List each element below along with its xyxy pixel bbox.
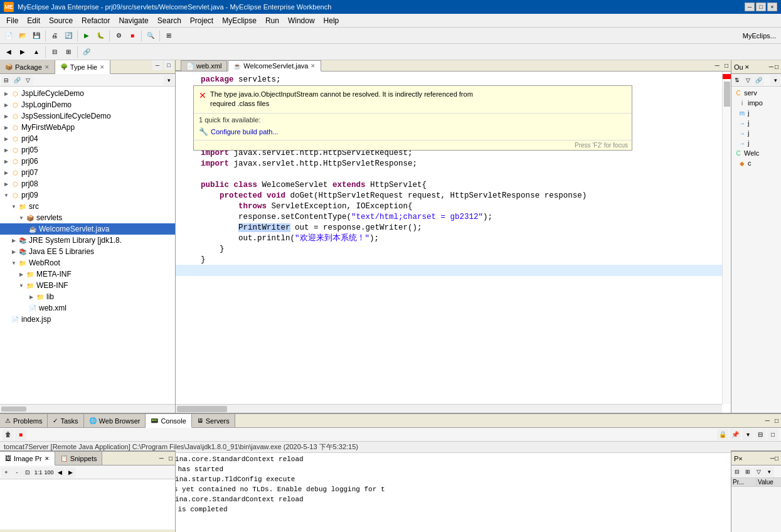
tree-item-WEB-INF[interactable]: ▼ 📁 WEB-INF	[0, 280, 175, 291]
tree-item-JRE[interactable]: ▶ 📚 JRE System Library [jdk1.8.	[0, 235, 175, 246]
code-content[interactable]: ✕ The type java.io.ObjectInputStream can…	[176, 72, 731, 404]
outline-item-j4[interactable]: → j	[733, 138, 780, 148]
tree-item-MyFirstWebApp[interactable]: ▶ ⬡ MyFirstWebApp	[0, 122, 175, 133]
console-view-btn[interactable]: ⊟	[755, 429, 766, 440]
back-button[interactable]: ◀	[3, 46, 15, 58]
editor-tab-welcomeservlet[interactable]: ☕ WelcomeServlet.java ✕	[228, 60, 321, 72]
print-button[interactable]: 🖨	[48, 29, 61, 42]
editor-hscroll[interactable]	[176, 404, 722, 413]
debug-button[interactable]: 🐛	[94, 29, 107, 42]
up-button[interactable]: ▲	[30, 46, 43, 58]
perspective-button[interactable]: ⊞	[162, 29, 175, 42]
collapse-btn[interactable]: ⊟	[1, 75, 11, 85]
editor-min-btn[interactable]: ─	[713, 60, 722, 71]
tree-item-prj09[interactable]: ▼ ⬡ prj09	[0, 189, 175, 201]
tab-tasks[interactable]: ✓ Tasks	[48, 414, 83, 427]
project-tree[interactable]: ▶ ⬡ JspLifeCycleDemo ▶ ⬡ JspLoginDemo ▶ …	[0, 87, 175, 404]
minimize-panel-button[interactable]: ─	[152, 60, 162, 70]
console-menu-btn[interactable]: ▾	[742, 429, 753, 440]
type-hierarchy-tab-close[interactable]: ✕	[100, 64, 105, 70]
tree-item-lib[interactable]: ▶ 📁 lib	[0, 291, 175, 302]
tree-item-prj04[interactable]: ▶ ⬡ prj04	[0, 133, 175, 144]
outline-item-j3[interactable]: → j	[733, 128, 780, 138]
hscroll-thumb[interactable]	[177, 406, 227, 412]
img-fit[interactable]: ⊡	[23, 467, 33, 477]
tree-item-webxml[interactable]: 📄 web.xml	[0, 302, 175, 314]
menu-refactor[interactable]: Refactor	[78, 15, 114, 26]
menu-file[interactable]: File	[3, 15, 22, 26]
snippets-tab[interactable]: 📋 Snippets	[55, 452, 103, 465]
image-preview-tab[interactable]: 🖼 Image Pr ✕	[0, 452, 55, 466]
tree-item-JavaEE5[interactable]: ▶ 📚 Java EE 5 Libraries	[0, 246, 175, 257]
hscroll-thumb[interactable]	[1, 407, 26, 412]
scroll-lock-btn[interactable]: 🔒	[717, 429, 728, 440]
tree-item-JspSessionLifeCycleDemo[interactable]: ▶ ⬡ JspSessionLifeCycleDemo	[0, 110, 175, 122]
pr-btn3[interactable]: ▽	[753, 467, 763, 477]
outline-sort-btn[interactable]: ⇅	[732, 75, 742, 85]
outline-max-btn[interactable]: □	[775, 63, 778, 70]
menu-run[interactable]: Run	[262, 15, 283, 26]
pr-btn4[interactable]: ▾	[764, 467, 774, 477]
tab-servers[interactable]: 🖥 Servers	[192, 414, 235, 427]
tree-item-src[interactable]: ▼ 📁 src	[0, 201, 175, 212]
tree-item-WebRoot[interactable]: ▼ 📁 WebRoot	[0, 257, 175, 269]
outline-item-Welc[interactable]: C Welc	[733, 148, 780, 158]
run-button[interactable]: ▶	[80, 29, 93, 42]
tree-item-prj08[interactable]: ▶ ⬡ prj08	[0, 178, 175, 189]
collapse-all[interactable]: ⊟	[48, 46, 61, 58]
img-orig[interactable]: 1:1	[33, 467, 43, 477]
outline-item-j1[interactable]: m j	[733, 108, 780, 118]
outline-filter-btn[interactable]: ▽	[743, 75, 753, 85]
pr-max-btn[interactable]: □	[775, 455, 778, 462]
menu-myeclipse[interactable]: MyEclipse	[218, 15, 260, 26]
menu-source[interactable]: Source	[45, 15, 77, 26]
editor-tab-close[interactable]: ✕	[311, 63, 316, 69]
tree-item-servlets[interactable]: ▼ 📦 servlets	[0, 212, 175, 223]
pin-console-btn[interactable]: 📌	[730, 429, 741, 440]
tree-item-prj07[interactable]: ▶ ⬡ prj07	[0, 167, 175, 178]
img-tab-close[interactable]: ✕	[45, 455, 50, 462]
left-panel-hscroll[interactable]	[0, 404, 175, 413]
close-button[interactable]: ×	[767, 3, 777, 11]
clear-console-btn[interactable]: 🗑	[3, 429, 14, 440]
tree-item-JspLifeCycleDemo[interactable]: ▶ ⬡ JspLifeCycleDemo	[0, 88, 175, 99]
tab-problems[interactable]: ⚠ Problems	[0, 414, 48, 427]
tab-console[interactable]: 📟 Console	[146, 414, 191, 428]
link-editor[interactable]: 🔗	[80, 46, 93, 58]
package-tab[interactable]: 📦 Package ✕	[0, 60, 55, 73]
expand-all[interactable]: ⊞	[62, 46, 75, 58]
outline-tab-close[interactable]: ✕	[745, 64, 750, 70]
link-btn[interactable]: 🔗	[12, 75, 22, 85]
bottom-max-btn[interactable]: □	[772, 414, 781, 427]
tree-item-WelcomeServlet[interactable]: ☕ WelcomeServlet.java	[0, 223, 175, 235]
tree-item-prj06[interactable]: ▶ ⬡ prj06	[0, 156, 175, 167]
tree-item-prj05[interactable]: ▶ ⬡ prj05	[0, 144, 175, 156]
forward-button[interactable]: ▶	[16, 46, 29, 58]
tree-item-indexjsp[interactable]: 📄 index.jsp	[0, 314, 175, 325]
open-button[interactable]: 📂	[16, 29, 29, 42]
save-button[interactable]: 💾	[30, 29, 43, 42]
outline-tree[interactable]: C serv i impo m j → j → j	[731, 87, 781, 413]
scroll-thumb[interactable]	[724, 82, 730, 107]
outline-min-btn[interactable]: ─	[769, 63, 773, 70]
refresh-button[interactable]: 🔄	[62, 29, 75, 42]
view-menu-btn[interactable]: ▾	[164, 75, 174, 85]
minimize-button[interactable]: ─	[745, 3, 755, 11]
bottom-min-btn[interactable]: ─	[763, 414, 772, 427]
outline-menu-btn[interactable]: ▾	[770, 75, 780, 85]
stop-button[interactable]: ■	[126, 29, 139, 42]
tree-item-META-INF[interactable]: ▶ 📁 META-INF	[0, 269, 175, 280]
editor-vscroll[interactable]	[722, 72, 731, 404]
menu-project[interactable]: Project	[186, 15, 217, 26]
tree-item-JspLoginDemo[interactable]: ▶ ⬡ JspLoginDemo	[0, 99, 175, 110]
filter-btn[interactable]: ▽	[23, 75, 33, 85]
maximize-button[interactable]: □	[756, 3, 766, 11]
stop-console-btn[interactable]: ■	[15, 429, 26, 440]
search-button[interactable]: 🔍	[144, 29, 157, 42]
pr-tab[interactable]: P×	[734, 455, 743, 462]
new-button[interactable]: 📄	[3, 29, 15, 42]
outline-item-serv[interactable]: C serv	[733, 88, 780, 98]
imgpanel-min-btn[interactable]: ─	[157, 452, 166, 465]
outline-item-impo[interactable]: i impo	[733, 98, 780, 108]
menu-window[interactable]: Window	[284, 15, 319, 26]
